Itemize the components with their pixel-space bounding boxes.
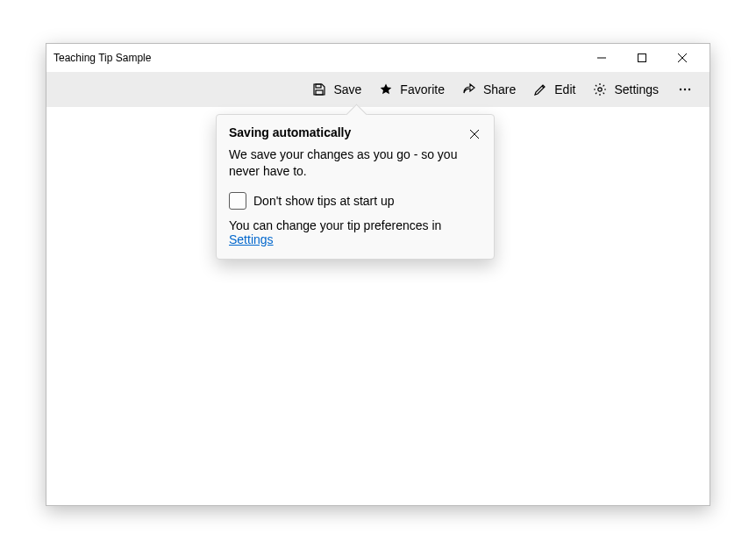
save-button[interactable]: Save — [303, 74, 370, 105]
close-icon — [470, 128, 479, 141]
close-icon — [678, 52, 687, 65]
checkbox-box-icon — [229, 192, 246, 210]
teaching-tip-body: Don't show tips at start up You can chan… — [229, 192, 481, 246]
teaching-tip-close-button[interactable] — [464, 124, 485, 145]
svg-rect-1 — [638, 53, 646, 61]
share-label: Share — [483, 82, 516, 96]
command-bar: Save Favorite Share Edit — [46, 72, 710, 107]
teaching-tip: Saving automatically We save your change… — [216, 114, 495, 260]
footer-text-prefix: You can change your tip preferences in — [229, 218, 441, 232]
more-icon — [678, 82, 692, 96]
svg-rect-4 — [316, 84, 321, 88]
maximize-icon — [638, 52, 646, 65]
edit-label: Edit — [554, 82, 575, 96]
save-icon — [312, 82, 326, 96]
svg-point-10 — [688, 89, 690, 90]
svg-point-8 — [680, 89, 681, 90]
svg-point-7 — [598, 88, 602, 91]
favorite-button[interactable]: Favorite — [370, 74, 453, 105]
teaching-tip-header: Saving automatically — [229, 125, 481, 145]
edit-icon — [533, 82, 547, 96]
star-icon — [379, 82, 393, 96]
share-button[interactable]: Share — [453, 74, 524, 105]
window-controls — [581, 44, 703, 72]
minimize-button[interactable] — [581, 44, 622, 72]
edit-button[interactable]: Edit — [524, 74, 584, 105]
svg-point-9 — [684, 89, 686, 90]
settings-link[interactable]: Settings — [229, 232, 274, 246]
titlebar: Teaching Tip Sample — [46, 44, 710, 72]
app-window: Teaching Tip Sample — [46, 43, 710, 506]
minimize-icon — [597, 52, 606, 65]
save-label: Save — [333, 82, 361, 96]
teaching-tip-footer: You can change your tip preferences in S… — [229, 218, 481, 246]
teaching-tip-subtitle: We save your changes as you go - so you … — [229, 146, 481, 180]
share-icon — [462, 82, 476, 96]
settings-button[interactable]: Settings — [584, 74, 667, 105]
dont-show-checkbox[interactable]: Don't show tips at start up — [229, 192, 481, 210]
close-button[interactable] — [662, 44, 703, 72]
window-title: Teaching Tip Sample — [53, 52, 581, 64]
maximize-button[interactable] — [622, 44, 662, 72]
checkbox-label: Don't show tips at start up — [253, 194, 395, 208]
svg-rect-5 — [316, 90, 323, 95]
favorite-label: Favorite — [400, 82, 445, 96]
teaching-tip-title: Saving automatically — [229, 125, 464, 139]
settings-label: Settings — [614, 82, 659, 96]
gear-icon — [593, 82, 607, 96]
more-button[interactable] — [667, 74, 703, 105]
